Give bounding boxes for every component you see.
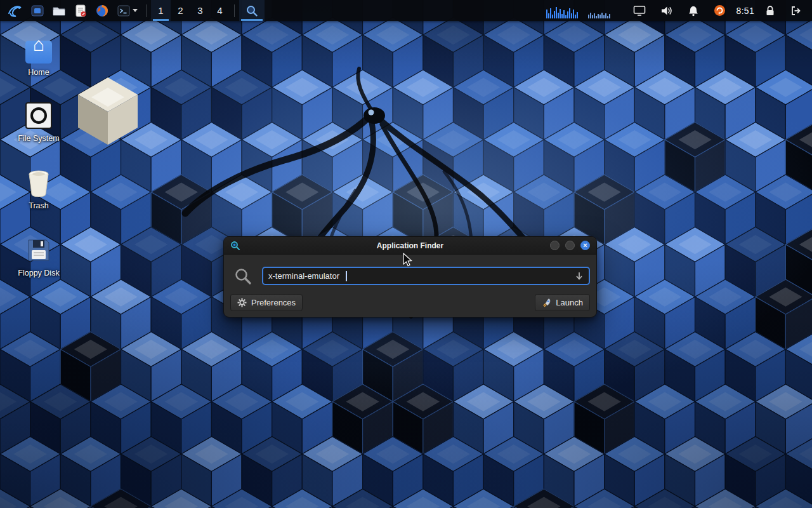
top-panel: 1 2 3 4 — [0, 0, 812, 21]
preferences-label: Preferences — [251, 298, 296, 307]
launch-label: Launch — [556, 298, 583, 307]
finder-body: x-terminal-emulator — [224, 255, 596, 317]
search-input[interactable]: x-terminal-emulator — [262, 267, 590, 285]
preferences-button[interactable]: Preferences — [230, 294, 303, 311]
desktop-icon-label: Floppy Disk — [18, 269, 59, 277]
updates-tray-button[interactable] — [710, 0, 730, 21]
desktop-icon-filesystem[interactable]: File System — [11, 101, 66, 143]
maximize-button[interactable] — [565, 241, 575, 250]
home-icon: ⌂ — [24, 35, 53, 64]
display-icon — [633, 5, 646, 17]
chevron-down-icon — [133, 9, 138, 12]
panel-separator — [234, 4, 235, 17]
desktop-icon-trash[interactable]: Trash — [11, 168, 66, 210]
desktop-icon-label: File System — [18, 134, 59, 143]
window-magnifier-icon — [230, 241, 240, 251]
workspace-button-3[interactable]: 3 — [190, 0, 210, 21]
text-editor-icon — [74, 4, 88, 18]
workspace-button-4[interactable]: 4 — [210, 0, 230, 21]
search-input-value: x-terminal-emulator — [268, 271, 339, 281]
screen-tray-button[interactable] — [629, 0, 650, 21]
lock-tray-button[interactable] — [761, 0, 779, 21]
text-caret — [346, 271, 347, 281]
window-title: Application Finder — [224, 241, 596, 250]
active-underline — [153, 19, 169, 21]
launch-button[interactable]: Launch — [535, 294, 590, 311]
filesystem-icon — [24, 101, 53, 130]
taskbar-appfinder-button[interactable] — [239, 0, 265, 21]
close-button[interactable]: × — [580, 241, 590, 250]
close-icon: × — [583, 242, 587, 249]
window-icon — [30, 4, 44, 18]
kali-logo-icon — [7, 3, 23, 18]
system-monitor-graph[interactable] — [546, 3, 622, 18]
desktop-icon-label: Trash — [29, 201, 49, 210]
terminal-icon — [117, 4, 131, 18]
desktop-icon-home[interactable]: ⌂ Home — [11, 35, 66, 77]
gear-icon — [237, 298, 247, 307]
update-icon — [714, 4, 726, 17]
desktop-root: 1 2 3 4 — [0, 0, 812, 508]
volume-tray-button[interactable] — [657, 0, 677, 21]
text-editor-button[interactable] — [70, 0, 91, 21]
workspace-button-1[interactable]: 1 — [151, 0, 171, 21]
desktop-icon-floppy[interactable]: Floppy Disk — [11, 236, 66, 277]
workspace-label: 3 — [197, 5, 202, 16]
application-finder-window: Application Finder × x-terminal-emulator — [223, 236, 597, 318]
floppy-icon — [24, 236, 53, 265]
power-icon — [790, 5, 802, 17]
workspace-label: 2 — [178, 5, 183, 16]
padlock-icon — [765, 5, 775, 17]
magnifier-icon — [246, 4, 258, 17]
workspace-label: 4 — [217, 5, 222, 16]
launch-icon — [542, 298, 551, 307]
clock[interactable]: 8:51 — [737, 6, 754, 16]
panel-separator — [146, 4, 147, 17]
notifications-tray-button[interactable] — [684, 0, 703, 21]
session-menu-button[interactable] — [786, 0, 806, 21]
trash-icon — [24, 168, 53, 197]
minimize-button[interactable] — [550, 241, 560, 250]
titlebar[interactable]: Application Finder × — [224, 237, 596, 255]
file-manager-button[interactable] — [48, 0, 70, 21]
files-app-button[interactable] — [27, 0, 48, 21]
kali-menu-button[interactable] — [3, 0, 27, 21]
speaker-icon — [660, 5, 673, 17]
terminal-dropdown-button[interactable] — [113, 0, 141, 21]
desktop-icon-label: Home — [28, 68, 49, 77]
bell-icon — [688, 5, 699, 17]
active-underline — [241, 19, 263, 21]
entry-dropdown-icon[interactable] — [575, 272, 584, 281]
firefox-button[interactable] — [91, 0, 113, 21]
folder-icon — [52, 4, 66, 18]
workspace-label: 1 — [158, 5, 163, 16]
firefox-icon — [95, 4, 109, 18]
search-icon — [234, 267, 252, 285]
workspace-button-2[interactable]: 2 — [171, 0, 190, 21]
